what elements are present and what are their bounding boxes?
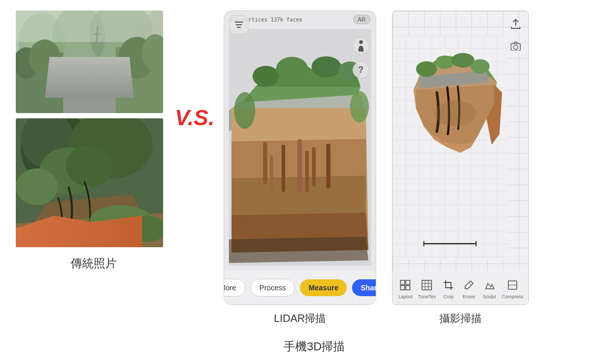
sculpt-tool[interactable]: Sculpt <box>481 277 497 299</box>
tunetex-tool[interactable]: TuneTex <box>418 277 436 299</box>
svg-rect-84 <box>406 280 410 285</box>
phone-top-bar: 92k vertices 137k faces AR <box>224 11 376 28</box>
camera-icon <box>510 41 521 50</box>
svg-rect-56 <box>297 139 302 192</box>
share-button[interactable]: Share <box>352 279 376 296</box>
photo-scan-section: Layout TuneTex <box>387 11 534 326</box>
help-icon: ? <box>358 65 364 75</box>
crop-tool[interactable]: Crop <box>440 277 456 299</box>
phone-bottom-buttons: More Process Measure Share <box>224 270 376 305</box>
lidar-label: LIDAR掃描 <box>274 311 326 326</box>
scan-bottom-toolbar: Layout TuneTex <box>393 272 528 305</box>
upload-icon-btn[interactable] <box>508 16 523 31</box>
svg-point-75 <box>435 56 454 69</box>
svg-point-35 <box>359 41 363 44</box>
erase-icon <box>461 277 477 293</box>
svg-rect-87 <box>422 280 432 290</box>
lidar-section: 92k vertices 137k faces AR ? <box>218 11 382 326</box>
layout-icon <box>397 277 413 293</box>
compress-icon-svg <box>507 279 518 291</box>
ar-badge[interactable]: AR <box>353 15 370 24</box>
crop-label: Crop <box>443 294 454 299</box>
help-icon-btn[interactable]: ? <box>353 62 369 78</box>
crop-icon-svg <box>443 279 454 291</box>
photo-scan-model-svg <box>393 34 507 260</box>
lidar-phone-screen: 92k vertices 137k faces AR ? <box>224 11 376 305</box>
svg-rect-60 <box>305 151 309 192</box>
svg-point-39 <box>253 66 279 87</box>
erase-tool[interactable]: Erase <box>461 277 477 299</box>
svg-rect-83 <box>400 280 405 285</box>
person-icon-btn[interactable] <box>353 37 369 54</box>
sculpt-label: Sculpt <box>483 294 496 299</box>
traditional-photos-label: 傳統照片 <box>16 256 171 277</box>
svg-rect-55 <box>282 145 285 192</box>
filter-icon[interactable] <box>229 15 248 34</box>
photo-top-svg <box>16 11 163 113</box>
menu-lines-icon <box>234 21 244 28</box>
photo-scan-window: Layout TuneTex <box>392 11 529 305</box>
mobile3d-label: 手機3D掃描 <box>284 339 345 355</box>
compress-tool[interactable]: Compress <box>502 277 524 299</box>
svg-point-61 <box>234 92 255 129</box>
svg-rect-57 <box>312 147 316 187</box>
layout-icon-svg <box>399 279 411 291</box>
process-button[interactable]: Process <box>250 279 295 297</box>
svg-rect-54 <box>263 142 267 184</box>
tunetex-icon-svg <box>421 279 433 291</box>
scan-top-icons <box>508 16 523 53</box>
tunetex-icon <box>419 277 435 293</box>
erase-icon-svg <box>463 279 475 291</box>
svg-point-79 <box>434 100 476 127</box>
svg-rect-86 <box>406 286 410 290</box>
svg-marker-63 <box>229 237 368 263</box>
sculpt-icon <box>481 277 497 293</box>
svg-point-74 <box>416 62 437 77</box>
svg-point-62 <box>350 91 369 123</box>
svg-rect-58 <box>326 144 330 188</box>
lidar-3d-model-svg <box>229 29 371 266</box>
erase-label: Erase <box>463 294 475 299</box>
vs-divider: V.S. <box>171 11 218 130</box>
svg-marker-28 <box>34 229 58 247</box>
svg-rect-85 <box>400 286 405 290</box>
traditional-photo-bottom <box>16 118 163 247</box>
svg-point-77 <box>471 59 490 74</box>
svg-line-92 <box>469 282 471 285</box>
traditional-photos-section: 傳統照片 <box>16 11 171 277</box>
vs-text: V.S. <box>175 105 215 130</box>
sculpt-icon-svg <box>484 279 495 291</box>
compress-label: Compress <box>502 294 524 299</box>
compress-icon <box>505 277 520 293</box>
crop-icon <box>440 277 456 293</box>
photo-bottom-svg <box>16 118 163 247</box>
svg-rect-31 <box>16 118 163 247</box>
svg-marker-27 <box>16 224 42 247</box>
photo-scan-model-container <box>393 22 507 273</box>
svg-rect-17 <box>16 11 163 113</box>
measure-button[interactable]: Measure <box>300 279 347 296</box>
photo-scan-label: 攝影掃描 <box>439 311 481 326</box>
phone-side-icons: ? <box>353 37 369 78</box>
upload-icon <box>511 18 520 29</box>
person-icon <box>357 40 365 52</box>
traditional-photo-top <box>16 11 163 113</box>
svg-point-65 <box>514 45 518 49</box>
layout-tool[interactable]: Layout <box>397 277 413 299</box>
camera-icon-btn[interactable] <box>508 38 523 53</box>
layout-label: Layout <box>398 294 413 299</box>
more-button[interactable]: More <box>224 279 245 297</box>
svg-point-40 <box>276 57 308 80</box>
svg-rect-59 <box>270 155 273 189</box>
svg-point-41 <box>312 56 341 77</box>
tunetex-label: TuneTex <box>418 294 436 299</box>
